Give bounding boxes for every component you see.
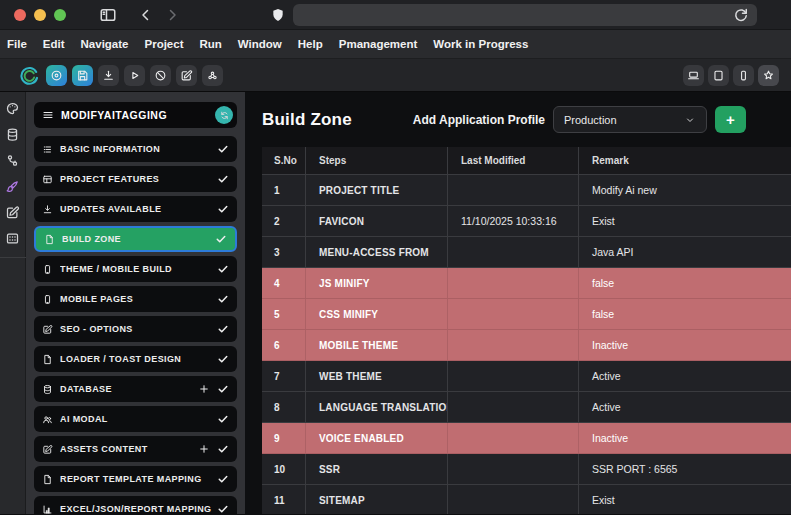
cluster-button[interactable] — [202, 65, 223, 86]
zoom-window-button[interactable] — [54, 9, 66, 21]
minimize-window-button[interactable] — [34, 9, 46, 21]
sidebar-item-label: THEME / MOBILE BUILD — [60, 264, 217, 274]
table-row-mobile-theme[interactable]: 6MOBILE THEMEInactive — [262, 330, 791, 361]
sidebar-item-theme-mobile-build[interactable]: THEME / MOBILE BUILD — [34, 256, 237, 282]
sidebar-item-build-zone[interactable]: BUILD ZONE — [34, 226, 237, 252]
sidebar-item-label: MOBILE PAGES — [60, 294, 217, 304]
table-row-menu-access-from[interactable]: 3MENU-ACCESS FROMJava API — [262, 237, 791, 268]
cell-last-modified — [448, 392, 579, 422]
table-row-css-minify[interactable]: 5CSS MINIFYfalse — [262, 299, 791, 330]
menu-item-work-in-progress[interactable]: Work in Progress — [433, 38, 528, 50]
smartphone-icon — [737, 69, 750, 82]
plus-icon[interactable] — [198, 383, 210, 395]
laptop-button[interactable] — [683, 65, 704, 86]
rail-divider — [0, 257, 26, 258]
edit-icon[interactable] — [5, 205, 20, 220]
menu-item-navigate[interactable]: Navigate — [81, 38, 129, 50]
cell-sno: 5 — [262, 299, 306, 329]
cell-step: FAVICON — [306, 206, 448, 236]
sidebar-item-seo-options[interactable]: SEO - OPTIONS — [34, 316, 237, 342]
menu-item-run[interactable]: Run — [199, 38, 221, 50]
main-header: Build Zone Add Application Profile Produ… — [245, 105, 791, 134]
save-button[interactable] — [72, 65, 93, 86]
download-button[interactable] — [98, 65, 119, 86]
smartphone-button[interactable] — [733, 65, 754, 86]
edit-button[interactable] — [176, 65, 197, 86]
sidebar-item-basic-information[interactable]: BASIC INFORMATION — [34, 136, 237, 162]
sidebar-item-database[interactable]: DATABASE — [34, 376, 237, 402]
table-row-language-translation[interactable]: 8LANGUAGE TRANSLATIONActive — [262, 392, 791, 423]
toolbar — [0, 59, 791, 92]
edit-icon — [42, 444, 53, 455]
close-window-button[interactable] — [14, 9, 26, 21]
plus-icon[interactable] — [198, 443, 210, 455]
sidebar-header[interactable]: MODIFYAITAGGING — [34, 102, 237, 128]
column-header-steps: Steps — [306, 147, 448, 174]
table-row-ssr[interactable]: 10SSRSSR PORT : 6565 — [262, 454, 791, 485]
grid-dots-icon[interactable] — [5, 231, 20, 246]
refresh-button[interactable] — [215, 106, 233, 124]
menu-item-window[interactable]: Window — [238, 38, 282, 50]
tablet-button[interactable] — [708, 65, 729, 86]
app-logo-icon — [20, 66, 39, 85]
sidebar-item-excel-json-report-mapping[interactable]: EXCEL/JSON/REPORT MAPPING — [34, 496, 237, 514]
hamburger-icon[interactable] — [42, 109, 54, 121]
table-row-sitemap[interactable]: 11SITEMAPExist — [262, 485, 791, 514]
block-button[interactable] — [150, 65, 171, 86]
sidebar-item-updates-available[interactable]: UPDATES AVAILABLE — [34, 196, 237, 222]
table-row-voice-enabled[interactable]: 9VOICE ENABLEDInactive — [262, 423, 791, 454]
check-icon — [217, 473, 229, 485]
branch-icon[interactable] — [5, 153, 20, 168]
table-body: 1PROJECT TITLEModify Ai new2FAVICON11/10… — [262, 175, 791, 514]
profile-select-value: Production — [564, 114, 617, 126]
laptop-icon — [687, 69, 700, 82]
refresh-icon — [219, 110, 230, 121]
reload-icon[interactable] — [732, 6, 750, 24]
disc-button[interactable] — [46, 65, 67, 86]
sidebar-item-project-features[interactable]: PROJECT FEATURES — [34, 166, 237, 192]
menu-item-project[interactable]: Project — [144, 38, 183, 50]
sidebar-toggle-icon[interactable] — [99, 6, 117, 24]
chart-icon — [42, 504, 53, 515]
play-button[interactable] — [124, 65, 145, 86]
table-row-favicon[interactable]: 2FAVICON11/10/2025 10:33:16Exist — [262, 206, 791, 237]
brush-icon[interactable] — [5, 179, 20, 194]
menu-item-file[interactable]: File — [7, 38, 27, 50]
table-row-project-title[interactable]: 1PROJECT TITLEModify Ai new — [262, 175, 791, 206]
forward-icon[interactable] — [163, 6, 181, 24]
address-bar[interactable] — [293, 4, 757, 26]
cell-step: SITEMAP — [306, 485, 448, 514]
add-profile-button[interactable]: + — [715, 106, 746, 133]
table-row-js-minify[interactable]: 4JS MINIFYfalse — [262, 268, 791, 299]
database-icon[interactable] — [5, 127, 20, 142]
sidebar-item-ai-modal[interactable]: AI MODAL — [34, 406, 237, 432]
sidebar-item-report-template-mapping[interactable]: REPORT TEMPLATE MAPPING — [34, 466, 237, 492]
table-row-web-theme[interactable]: 7WEB THEMEActive — [262, 361, 791, 392]
menu-item-help[interactable]: Help — [298, 38, 323, 50]
window-controls — [0, 9, 66, 21]
sidebar-item-mobile-pages[interactable]: MOBILE PAGES — [34, 286, 237, 312]
sidebar-item-label: LOADER / TOAST DESIGN — [60, 354, 217, 364]
sidebar-item-loader-toast-design[interactable]: LOADER / TOAST DESIGN — [34, 346, 237, 372]
cell-remark: Inactive — [579, 330, 791, 360]
back-icon[interactable] — [137, 6, 155, 24]
cell-last-modified — [448, 237, 579, 267]
sidebar-item-label: REPORT TEMPLATE MAPPING — [60, 474, 217, 484]
cell-sno: 3 — [262, 237, 306, 267]
block-icon — [154, 69, 167, 82]
cluster-icon — [206, 69, 219, 82]
star-button[interactable] — [758, 65, 779, 86]
cell-remark: Active — [579, 392, 791, 422]
check-icon — [215, 233, 227, 245]
toolbar-left-buttons — [46, 65, 223, 86]
shield-icon[interactable] — [270, 7, 286, 23]
sidebar-item-assets-content[interactable]: ASSETS CONTENT — [34, 436, 237, 462]
menu-item-edit[interactable]: Edit — [43, 38, 65, 50]
edit-icon — [42, 324, 53, 335]
palette-icon[interactable] — [5, 101, 20, 116]
cell-remark: SSR PORT : 6565 — [579, 454, 791, 484]
profile-select[interactable]: Production — [553, 106, 707, 133]
download-icon — [42, 204, 53, 215]
cell-last-modified — [448, 268, 579, 298]
menu-item-pmanagement[interactable]: Pmanagement — [339, 38, 418, 50]
